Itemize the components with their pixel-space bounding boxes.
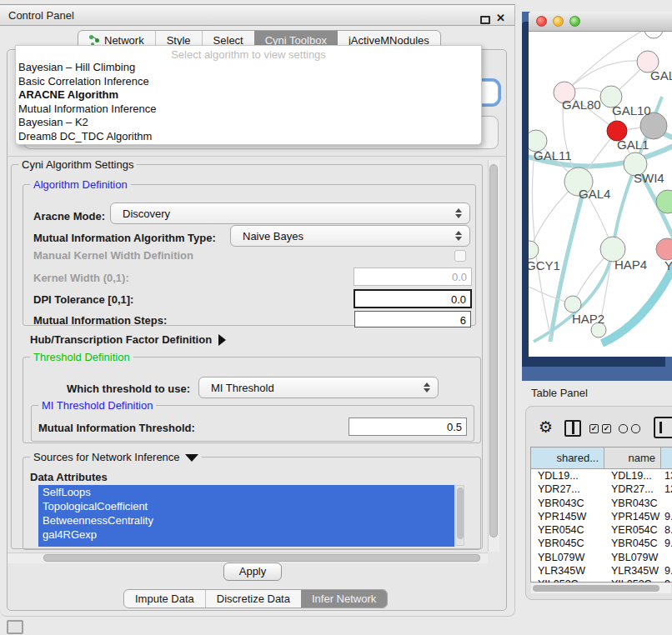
node-table: shared... name YDL19... YDL19... 13 YDR2…: [530, 447, 672, 582]
which-threshold-combobox[interactable]: MI Threshold: [198, 377, 439, 398]
manual-kernel-width-checkbox[interactable]: [454, 250, 466, 262]
node-label: GAL11: [534, 148, 572, 162]
expand-right-icon: [218, 334, 226, 346]
manual-kernel-width-label: Manual Kernel Width Definition: [33, 249, 193, 262]
minimize-traffic-light-button[interactable]: [553, 16, 564, 27]
network-node[interactable]: [564, 296, 581, 312]
list-item[interactable]: gal4RGexp: [38, 528, 454, 542]
combo-stepper-icon: [455, 208, 462, 218]
sources-title[interactable]: Sources for Network Inference: [30, 451, 202, 463]
close-traffic-light-button[interactable]: [536, 16, 547, 27]
mi-threshold-label: Mutual Information Threshold:: [38, 422, 195, 434]
node-label: Y: [664, 258, 672, 272]
dpi-tolerance-field[interactable]: 0.0: [354, 289, 472, 308]
aracne-mode-label: Aracne Mode:: [33, 210, 105, 222]
columns-icon[interactable]: [564, 420, 581, 437]
panel-separator: [8, 156, 506, 157]
zoom-traffic-light-button[interactable]: [569, 16, 580, 27]
mi-algorithm-type-combobox[interactable]: Naive Bayes: [230, 225, 470, 247]
table-row[interactable]: YLR345W YLR345W 9.: [531, 564, 672, 578]
kernel-width-field[interactable]: 0.0: [354, 268, 472, 286]
dpi-tolerance-label: DPI Tolerance [0,1]:: [33, 293, 133, 306]
table-horizontal-scrollbar-thumb[interactable]: [533, 585, 659, 592]
table-row[interactable]: YBR045C YBR045C 9.: [531, 537, 672, 550]
bottom-tabbar: Impute Data Discretize Data Infer Networ…: [123, 589, 388, 608]
control-panel-title: Control Panel: [8, 9, 74, 22]
algorithm-dropdown-placeholder: Select algorithm to view settings: [16, 46, 481, 61]
gear-icon[interactable]: ⚙: [539, 418, 553, 437]
mi-threshold-field[interactable]: 0.5: [349, 418, 467, 436]
column-header-name[interactable]: name: [604, 448, 661, 468]
tab-infer-network[interactable]: Infer Network: [301, 590, 387, 608]
apply-button[interactable]: Apply: [223, 562, 282, 581]
table-row[interactable]: YIL052C YIL052C 9: [531, 578, 672, 582]
node-label: GAL4: [579, 187, 610, 201]
table-panel-title: Table Panel: [531, 387, 588, 399]
tab-impute-data[interactable]: Impute Data: [124, 590, 205, 608]
list-item[interactable]: [38, 542, 454, 547]
combo-stepper-icon: [455, 231, 462, 241]
hub-definition-expander[interactable]: Hub/Transcription Factor Definition: [30, 333, 226, 346]
threshold-definition-title: Threshold Definition: [30, 351, 133, 363]
node-label: HAP4: [614, 258, 647, 272]
mi-algorithm-type-label: Mutual Information Algorithm Type:: [33, 232, 216, 244]
new-table-icon[interactable]: [654, 417, 672, 438]
algorithm-option[interactable]: Bayesian – Hill Climbing: [16, 61, 481, 75]
unchecked-checkbox-icon[interactable]: [619, 424, 628, 433]
column-header-shared-name[interactable]: shared...: [531, 448, 604, 468]
window-float-icon[interactable]: [480, 16, 490, 24]
network-window-titlebar[interactable]: [529, 12, 672, 32]
column-header-partial[interactable]: [661, 448, 672, 468]
list-item[interactable]: TopologicalCoefficient: [38, 499, 454, 513]
table-row[interactable]: YPR145W YPR145W 9.: [531, 510, 672, 523]
algorithm-definition-title: Algorithm Definition: [30, 178, 131, 191]
algorithm-option[interactable]: Basic Correlation Inference: [16, 75, 481, 89]
edge: [532, 141, 552, 342]
table-row[interactable]: YBL079W YBL079W: [531, 551, 672, 564]
algorithm-option-highlighted[interactable]: ARACNE Algorithm: [16, 88, 481, 102]
mi-steps-field[interactable]: 6: [354, 311, 471, 328]
network-node[interactable]: [656, 238, 672, 260]
table-row[interactable]: YDL19... YDL19... 13: [531, 469, 672, 482]
list-item[interactable]: BetweennessCentrality: [38, 513, 454, 528]
data-attributes-label: Data Attributes: [30, 471, 108, 483]
network-view-window[interactable]: GAL GAL80 GAL10 GAL1 GAL11 SWI4 GAL4 GCY…: [529, 12, 672, 357]
network-graph: GAL GAL80 GAL10 GAL1 GAL11 SWI4 GAL4 GCY…: [529, 32, 672, 357]
unchecked-checkbox-icon[interactable]: [631, 424, 640, 433]
settings-vertical-scrollbar-thumb[interactable]: [489, 164, 498, 538]
algorithm-option[interactable]: Bayesian – K2: [16, 116, 481, 130]
table-row[interactable]: YDR27... YDR27... 12: [531, 482, 672, 496]
kernel-width-label: Kernel Width (0,1):: [33, 272, 129, 284]
minimized-panel-icon[interactable]: [7, 620, 23, 634]
checked-checkbox-icon[interactable]: ✓: [589, 424, 599, 433]
node-label: GAL80: [562, 98, 601, 112]
algorithm-option[interactable]: Dream8 DC_TDC Algorithm: [16, 130, 481, 144]
algorithm-dropdown-popup: Select algorithm to view settings Bayesi…: [15, 45, 482, 145]
table-row[interactable]: YER054C YER054C 8.: [531, 523, 672, 537]
data-attributes-list: SelfLoops TopologicalCoefficient Between…: [38, 485, 465, 547]
control-panel-titlebar[interactable]: Control Panel ✕: [0, 4, 515, 26]
tab-discretize-data[interactable]: Discretize Data: [205, 590, 301, 608]
collapse-down-icon: [185, 454, 198, 462]
table-body: YDL19... YDL19... 13 YDR27... YDR27... 1…: [531, 469, 672, 582]
algorithm-option[interactable]: Mutual Information Inference: [16, 102, 481, 117]
table-row[interactable]: YBR043C YBR043C: [531, 497, 672, 510]
table-header-row: shared... name: [531, 448, 672, 469]
combo-stepper-icon: [424, 382, 430, 392]
attribute-list-scrollbar-thumb[interactable]: [457, 488, 464, 539]
network-canvas[interactable]: GAL GAL80 GAL10 GAL1 GAL11 SWI4 GAL4 GCY…: [529, 32, 672, 357]
node-label: GAL: [650, 68, 672, 82]
aracne-mode-combobox[interactable]: Discovery: [110, 202, 470, 224]
node-label: SWI4: [634, 171, 664, 185]
list-item[interactable]: SelfLoops: [38, 485, 454, 499]
network-node[interactable]: [529, 241, 539, 259]
checked-checkbox-icon[interactable]: ✓: [602, 424, 611, 433]
window-close-icon[interactable]: ✕: [496, 12, 505, 24]
network-node[interactable]: [644, 32, 663, 38]
node-label: HAP2: [572, 312, 604, 326]
mi-threshold-definition-title: MI Threshold Definition: [38, 399, 156, 412]
screen: Control Panel ✕ Network Style Select Cyn…: [0, 0, 672, 635]
settings-horizontal-scrollbar-thumb[interactable]: [43, 554, 480, 562]
cyni-algorithm-settings-title: Cyni Algorithm Settings: [18, 158, 137, 171]
node-label: GAL1: [617, 138, 649, 152]
